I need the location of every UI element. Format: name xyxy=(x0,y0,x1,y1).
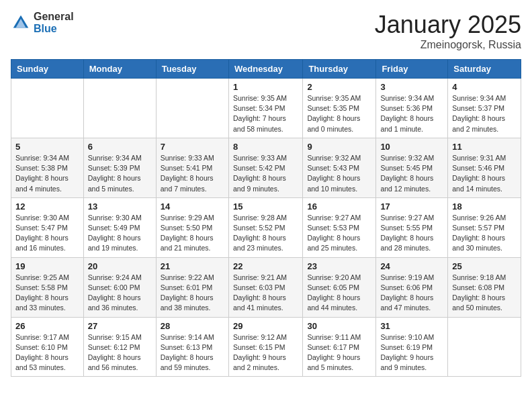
day-number: 8 xyxy=(233,142,298,152)
day-number: 13 xyxy=(88,201,152,212)
day-info: Sunrise: 9:21 AMSunset: 6:03 PMDaylight:… xyxy=(233,273,298,314)
calendar-cell: 10Sunrise: 9:32 AMSunset: 5:45 PMDayligh… xyxy=(376,138,448,197)
day-info: Sunrise: 9:12 AMSunset: 6:15 PMDaylight:… xyxy=(233,332,298,373)
day-info: Sunrise: 9:20 AMSunset: 6:05 PMDaylight:… xyxy=(307,273,371,314)
weekday-header-tuesday: Tuesday xyxy=(156,60,228,79)
day-info: Sunrise: 9:32 AMSunset: 5:45 PMDaylight:… xyxy=(380,153,443,194)
logo-blue: Blue xyxy=(34,23,74,35)
weekday-header-sunday: Sunday xyxy=(11,60,84,79)
logo-general: General xyxy=(34,11,74,23)
day-info: Sunrise: 9:34 AMSunset: 5:38 PMDaylight:… xyxy=(15,153,79,194)
weekday-header-row: SundayMondayTuesdayWednesdayThursdayFrid… xyxy=(11,60,521,79)
calendar-cell: 29Sunrise: 9:12 AMSunset: 6:15 PMDayligh… xyxy=(228,317,302,377)
calendar-cell: 26Sunrise: 9:17 AMSunset: 6:10 PMDayligh… xyxy=(11,317,84,377)
day-info: Sunrise: 9:31 AMSunset: 5:46 PMDaylight:… xyxy=(452,153,517,194)
day-info: Sunrise: 9:14 AMSunset: 6:13 PMDaylight:… xyxy=(161,332,224,373)
day-number: 11 xyxy=(452,142,517,152)
calendar-cell: 3Sunrise: 9:34 AMSunset: 5:36 PMDaylight… xyxy=(376,79,448,138)
day-number: 31 xyxy=(380,321,443,331)
day-info: Sunrise: 9:10 AMSunset: 6:19 PMDaylight:… xyxy=(380,332,443,373)
day-info: Sunrise: 9:32 AMSunset: 5:43 PMDaylight:… xyxy=(307,153,371,194)
day-number: 7 xyxy=(161,142,224,152)
calendar-table: SundayMondayTuesdayWednesdayThursdayFrid… xyxy=(11,59,521,377)
calendar-cell: 22Sunrise: 9:21 AMSunset: 6:03 PMDayligh… xyxy=(228,257,302,317)
calendar-cell: 24Sunrise: 9:19 AMSunset: 6:06 PMDayligh… xyxy=(376,257,448,317)
weekday-header-monday: Monday xyxy=(83,60,156,79)
day-number: 9 xyxy=(307,142,371,152)
day-info: Sunrise: 9:11 AMSunset: 6:17 PMDaylight:… xyxy=(307,332,371,373)
day-info: Sunrise: 9:30 AMSunset: 5:49 PMDaylight:… xyxy=(88,213,152,254)
day-info: Sunrise: 9:18 AMSunset: 6:08 PMDaylight:… xyxy=(452,273,517,314)
day-number: 24 xyxy=(380,261,443,271)
day-number: 28 xyxy=(161,321,224,331)
day-info: Sunrise: 9:28 AMSunset: 5:52 PMDaylight:… xyxy=(233,213,298,254)
day-number: 25 xyxy=(452,261,517,271)
day-number: 3 xyxy=(380,82,443,92)
title-block: January 2025 Zmeinogorsk, Russia xyxy=(375,11,521,51)
calendar-cell: 20Sunrise: 9:24 AMSunset: 6:00 PMDayligh… xyxy=(83,257,156,317)
calendar-week-row: 1Sunrise: 9:35 AMSunset: 5:34 PMDaylight… xyxy=(11,79,521,138)
calendar-cell: 18Sunrise: 9:26 AMSunset: 5:57 PMDayligh… xyxy=(448,197,521,257)
day-number: 26 xyxy=(15,321,79,331)
day-info: Sunrise: 9:33 AMSunset: 5:42 PMDaylight:… xyxy=(233,153,298,194)
day-number: 29 xyxy=(233,321,298,331)
calendar-cell: 13Sunrise: 9:30 AMSunset: 5:49 PMDayligh… xyxy=(83,197,156,257)
calendar-cell: 11Sunrise: 9:31 AMSunset: 5:46 PMDayligh… xyxy=(448,138,521,197)
calendar-cell xyxy=(448,317,521,377)
day-info: Sunrise: 9:25 AMSunset: 5:58 PMDaylight:… xyxy=(15,273,79,314)
day-number: 19 xyxy=(15,261,79,271)
day-info: Sunrise: 9:34 AMSunset: 5:39 PMDaylight:… xyxy=(88,153,152,194)
weekday-header-thursday: Thursday xyxy=(303,60,376,79)
calendar-cell: 14Sunrise: 9:29 AMSunset: 5:50 PMDayligh… xyxy=(156,197,228,257)
calendar-cell: 17Sunrise: 9:27 AMSunset: 5:55 PMDayligh… xyxy=(376,197,448,257)
day-number: 2 xyxy=(307,82,371,92)
day-info: Sunrise: 9:22 AMSunset: 6:01 PMDaylight:… xyxy=(161,273,224,314)
calendar-cell xyxy=(83,79,156,138)
day-info: Sunrise: 9:35 AMSunset: 5:34 PMDaylight:… xyxy=(233,93,298,134)
calendar-cell: 30Sunrise: 9:11 AMSunset: 6:17 PMDayligh… xyxy=(303,317,376,377)
day-number: 15 xyxy=(233,201,298,212)
day-number: 14 xyxy=(161,201,224,212)
page-header: General Blue January 2025 Zmeinogorsk, R… xyxy=(11,11,521,51)
calendar-cell: 7Sunrise: 9:33 AMSunset: 5:41 PMDaylight… xyxy=(156,138,228,197)
calendar-week-row: 5Sunrise: 9:34 AMSunset: 5:38 PMDaylight… xyxy=(11,138,521,197)
calendar-cell xyxy=(156,79,228,138)
day-info: Sunrise: 9:35 AMSunset: 5:35 PMDaylight:… xyxy=(307,93,371,134)
logo-text: General Blue xyxy=(34,11,74,34)
calendar-cell: 1Sunrise: 9:35 AMSunset: 5:34 PMDaylight… xyxy=(228,79,302,138)
calendar-cell: 5Sunrise: 9:34 AMSunset: 5:38 PMDaylight… xyxy=(11,138,84,197)
calendar-cell: 23Sunrise: 9:20 AMSunset: 6:05 PMDayligh… xyxy=(303,257,376,317)
day-number: 27 xyxy=(88,321,152,331)
calendar-week-row: 12Sunrise: 9:30 AMSunset: 5:47 PMDayligh… xyxy=(11,197,521,257)
calendar-cell: 12Sunrise: 9:30 AMSunset: 5:47 PMDayligh… xyxy=(11,197,84,257)
calendar-cell: 15Sunrise: 9:28 AMSunset: 5:52 PMDayligh… xyxy=(228,197,302,257)
day-number: 4 xyxy=(452,82,517,92)
calendar-week-row: 19Sunrise: 9:25 AMSunset: 5:58 PMDayligh… xyxy=(11,257,521,317)
day-number: 30 xyxy=(307,321,371,331)
weekday-header-wednesday: Wednesday xyxy=(228,60,302,79)
calendar-cell: 9Sunrise: 9:32 AMSunset: 5:43 PMDaylight… xyxy=(303,138,376,197)
day-info: Sunrise: 9:27 AMSunset: 5:53 PMDaylight:… xyxy=(307,213,371,254)
day-info: Sunrise: 9:24 AMSunset: 6:00 PMDaylight:… xyxy=(88,273,152,314)
day-number: 20 xyxy=(88,261,152,271)
day-info: Sunrise: 9:34 AMSunset: 5:36 PMDaylight:… xyxy=(380,93,443,134)
day-info: Sunrise: 9:15 AMSunset: 6:12 PMDaylight:… xyxy=(88,332,152,373)
day-info: Sunrise: 9:33 AMSunset: 5:41 PMDaylight:… xyxy=(161,153,224,194)
day-number: 6 xyxy=(88,142,152,152)
day-number: 17 xyxy=(380,201,443,212)
day-number: 12 xyxy=(15,201,79,212)
calendar-cell: 25Sunrise: 9:18 AMSunset: 6:08 PMDayligh… xyxy=(448,257,521,317)
day-number: 23 xyxy=(307,261,371,271)
day-number: 22 xyxy=(233,261,298,271)
day-number: 18 xyxy=(452,201,517,212)
calendar-title: January 2025 xyxy=(375,11,521,39)
day-number: 5 xyxy=(15,142,79,152)
weekday-header-friday: Friday xyxy=(376,60,448,79)
day-number: 21 xyxy=(161,261,224,271)
calendar-cell: 8Sunrise: 9:33 AMSunset: 5:42 PMDaylight… xyxy=(228,138,302,197)
day-info: Sunrise: 9:19 AMSunset: 6:06 PMDaylight:… xyxy=(380,273,443,314)
day-number: 10 xyxy=(380,142,443,152)
day-info: Sunrise: 9:29 AMSunset: 5:50 PMDaylight:… xyxy=(161,213,224,254)
calendar-cell: 27Sunrise: 9:15 AMSunset: 6:12 PMDayligh… xyxy=(83,317,156,377)
logo-icon xyxy=(11,13,31,33)
